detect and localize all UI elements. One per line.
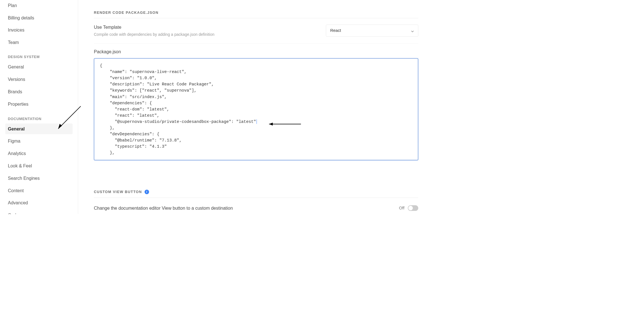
toggle-knob: [408, 206, 413, 210]
text-cursor: [256, 119, 257, 124]
custom-view-toggle[interactable]: [408, 205, 418, 211]
sidebar-item-ds-properties[interactable]: Properties: [5, 99, 73, 109]
sidebar: Plan Billing details Invoices Team DESIG…: [0, 0, 78, 214]
package-json-editor[interactable]: { "name": "supernova-live-react", "versi…: [94, 58, 419, 160]
sidebar-section-documentation: DOCUMENTATION: [5, 111, 73, 123]
main-content: RENDER CODE PACKAGE.JSON Use Template Co…: [78, 0, 430, 214]
sidebar-item-doc-content[interactable]: Content: [5, 185, 73, 196]
section-title-render-code: RENDER CODE PACKAGE.JSON: [94, 0, 419, 18]
section-title-custom-view: CUSTOM VIEW BUTTON: [94, 190, 142, 194]
sidebar-item-doc-search-engines[interactable]: Search Engines: [5, 173, 73, 183]
sidebar-item-doc-general[interactable]: General: [5, 123, 73, 134]
code-text-after-cursor: }, "devDependencies": { "@babel/runtime"…: [100, 126, 182, 155]
sidebar-item-invoices[interactable]: Invoices: [5, 25, 73, 36]
chevron-down-icon: [411, 29, 414, 32]
code-text-before-cursor: { "name": "supernova-live-react", "versi…: [100, 63, 256, 124]
use-template-desc: Compile code with dependencies by adding…: [94, 32, 326, 37]
sidebar-section-design-system: DESIGN SYSTEM: [5, 49, 73, 62]
package-json-label: Package.json: [94, 49, 419, 55]
use-template-selected: React: [330, 28, 341, 33]
sidebar-item-plan[interactable]: Plan: [5, 0, 73, 11]
sidebar-item-doc-analytics[interactable]: Analytics: [5, 148, 73, 159]
sidebar-item-ds-general[interactable]: General: [5, 62, 73, 72]
sidebar-item-team[interactable]: Team: [5, 37, 73, 48]
sidebar-item-doc-advanced[interactable]: Advanced: [5, 198, 73, 208]
sidebar-item-ds-versions[interactable]: Versions: [5, 74, 73, 85]
sidebar-item-doc-code[interactable]: Code: [5, 210, 73, 214]
sidebar-item-ds-brands[interactable]: Brands: [5, 87, 73, 97]
toggle-state-label: Off: [399, 206, 404, 211]
custom-view-desc: Change the documentation editor View but…: [94, 205, 233, 211]
use-template-select[interactable]: React: [326, 25, 418, 37]
sidebar-item-billing-details[interactable]: Billing details: [5, 12, 73, 23]
sidebar-item-doc-figma[interactable]: Figma: [5, 136, 73, 147]
use-template-label: Use Template: [94, 25, 326, 30]
info-icon[interactable]: i: [145, 190, 149, 194]
sidebar-item-doc-look-feel[interactable]: Look & Feel: [5, 160, 73, 171]
